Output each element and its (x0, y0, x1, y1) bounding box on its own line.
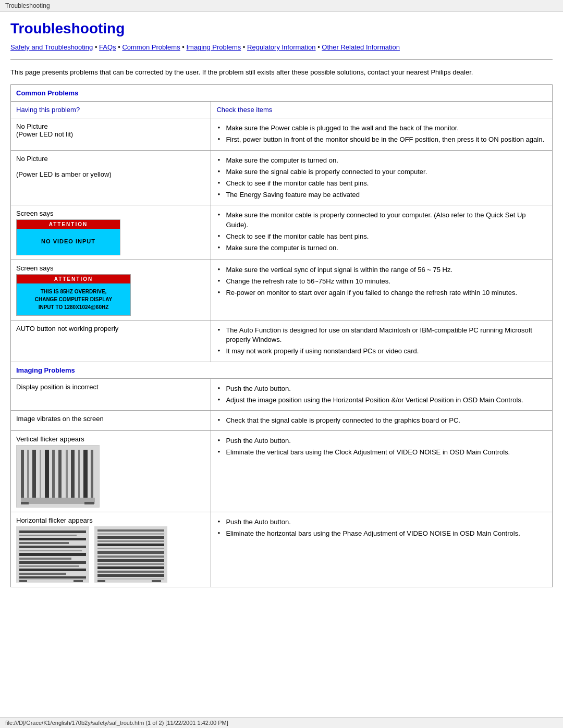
svg-rect-41 (97, 556, 164, 558)
problem-cell: Display position is incorrect (11, 378, 211, 410)
attention-header-1: ATTENTION (17, 220, 120, 229)
svg-rect-30 (19, 578, 86, 579)
svg-rect-4 (40, 450, 41, 503)
table-row: Horizontal flicker appears (11, 512, 553, 587)
list-item: The Auto Function is designed for use on… (216, 325, 547, 346)
list-item: Check to see if the monitor cable has be… (216, 178, 547, 189)
intro-text: This page presents problems that can be … (10, 67, 553, 78)
table-row: No Picture(Power LED is amber or yellow)… (11, 150, 553, 205)
check-list: The Auto Function is designed for use on… (216, 325, 547, 357)
nav-link-other[interactable]: Other Related Information (322, 43, 400, 51)
check-list: Make sure the monitor cable is properly … (216, 209, 547, 254)
svg-rect-21 (19, 546, 86, 548)
check-list: Make sure the Power cable is plugged to … (216, 122, 547, 145)
check-list: Make sure the computer is turned on. Mak… (216, 155, 547, 201)
table-row: Image vibrates on the screen Check that … (11, 410, 553, 430)
attention-header-2: ATTENTION (17, 275, 130, 283)
list-item: Push the Auto button. (216, 383, 547, 394)
horiz-flicker-svg-1 (16, 526, 89, 583)
problem-cell: Screen says ATTENTION THIS IS 85HZ OVERD… (11, 260, 211, 320)
svg-rect-25 (19, 561, 86, 564)
nav-link-common[interactable]: Common Problems (122, 43, 180, 51)
check-cell: Push the Auto button. Eliminate the hori… (211, 512, 553, 587)
svg-rect-39 (97, 548, 164, 549)
svg-rect-42 (97, 559, 164, 562)
svg-rect-10 (78, 450, 80, 503)
svg-rect-5 (45, 450, 49, 503)
svg-rect-1 (21, 450, 24, 503)
list-item: Push the Auto button. (216, 435, 547, 447)
page-title: Troubleshooting (10, 20, 553, 37)
svg-rect-11 (83, 450, 88, 503)
svg-rect-45 (97, 571, 164, 573)
col-check-header: Check these items (211, 102, 553, 118)
list-item: Make sure the computer is turned on. (216, 242, 547, 254)
svg-rect-9 (71, 450, 75, 503)
check-cell: Make sure the Power cable is plugged to … (211, 118, 553, 150)
check-list: Push the Auto button. Adjust the image p… (216, 383, 547, 406)
check-cell: Push the Auto button. Adjust the image p… (211, 378, 553, 410)
list-item: Check to see if the monitor cable has be… (216, 231, 547, 242)
nav-link-regulatory[interactable]: Regulatory Information (247, 43, 316, 51)
svg-rect-18 (19, 535, 77, 536)
problem-cell: Vertical flicker appears (11, 431, 211, 512)
problem-cell: AUTO button not working properly (11, 320, 211, 362)
list-item: Eliminate the horizontal bars using the … (216, 528, 547, 539)
svg-rect-37 (97, 540, 164, 542)
attention-box-2: ATTENTION THIS IS 85HZ OVERDRIVE,CHANGE … (16, 274, 131, 316)
svg-rect-2 (27, 450, 29, 503)
problem-cell: No Picture(Power LED not lit) (11, 118, 211, 150)
svg-rect-27 (19, 569, 86, 571)
check-list: Check that the signal cable is properly … (216, 415, 547, 426)
table-row: Vertical flicker appears (11, 431, 553, 512)
problem-cell: No Picture(Power LED is amber or yellow) (11, 150, 211, 205)
svg-rect-44 (97, 566, 164, 569)
list-item: Make sure the vertical sync of input sig… (216, 264, 547, 276)
check-cell: The Auto Function is designed for use on… (211, 320, 553, 362)
table-row: No Picture(Power LED not lit) Make sure … (11, 118, 553, 150)
svg-rect-17 (19, 530, 86, 533)
problem-cell: Screen says ATTENTION NO VIDEO INPUT (11, 205, 211, 260)
svg-rect-34 (97, 529, 164, 532)
vertical-flicker-image (16, 445, 100, 508)
svg-rect-33 (94, 526, 167, 583)
svg-rect-26 (19, 565, 79, 567)
svg-rect-8 (66, 450, 68, 503)
list-item: Make sure the monitor cable is properly … (216, 209, 547, 230)
list-item: The Energy Saving feature may be activat… (216, 189, 547, 201)
svg-rect-7 (58, 450, 62, 503)
attention-body-1: NO VIDEO INPUT (17, 229, 120, 255)
attention-box-1: ATTENTION NO VIDEO INPUT (16, 219, 120, 255)
nav-link-faqs[interactable]: FAQs (99, 43, 116, 51)
check-cell: Check that the signal cable is properly … (211, 410, 553, 430)
svg-rect-20 (19, 542, 69, 544)
svg-rect-40 (97, 551, 164, 554)
col-problem-header: Having this problem? (11, 102, 211, 118)
divider (10, 59, 553, 60)
common-problems-header: Common Problems (11, 85, 553, 102)
horiz-flicker-svg-2 (94, 526, 167, 583)
svg-rect-43 (97, 563, 164, 565)
list-item: Make sure the Power cable is plugged to … (216, 122, 547, 134)
svg-rect-3 (32, 450, 36, 503)
column-headers-row: Having this problem? Check these items (11, 102, 553, 118)
svg-rect-23 (19, 553, 86, 556)
list-item: Make sure the signal cable is properly c… (216, 166, 547, 178)
nav-link-safety[interactable]: Safety and Troubleshooting (10, 43, 93, 51)
browser-tab: Troubleshooting (0, 0, 563, 12)
list-item: It may not work properly if using nonsta… (216, 346, 547, 357)
nav-link-imaging[interactable]: Imaging Problems (186, 43, 241, 51)
svg-rect-46 (97, 574, 164, 577)
list-item: First, power button in front of the moni… (216, 134, 547, 145)
svg-rect-31 (19, 580, 27, 582)
svg-rect-35 (97, 533, 164, 535)
tab-label: Troubleshooting (5, 2, 50, 9)
check-list: Push the Auto button. Eliminate the vert… (216, 435, 547, 458)
list-item: Adjust the image position using the Hori… (216, 394, 547, 406)
svg-rect-49 (152, 580, 161, 582)
svg-rect-36 (97, 536, 164, 539)
svg-rect-32 (74, 580, 83, 582)
imaging-problems-header-row: Imaging Problems (11, 362, 553, 378)
common-problems-header-row: Common Problems (11, 85, 553, 102)
svg-rect-13 (21, 498, 95, 504)
